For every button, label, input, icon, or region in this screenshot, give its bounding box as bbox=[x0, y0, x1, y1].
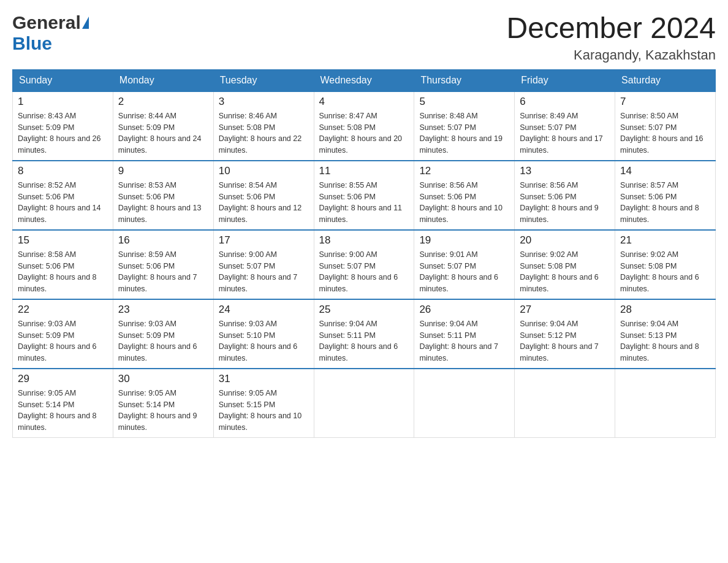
calendar-title: December 2024 bbox=[506, 12, 716, 45]
day-info: Sunrise: 9:04 AMSunset: 5:13 PMDaylight:… bbox=[620, 320, 699, 362]
day-info: Sunrise: 8:56 AMSunset: 5:06 PMDaylight:… bbox=[520, 181, 599, 224]
day-info: Sunrise: 9:04 AMSunset: 5:12 PMDaylight:… bbox=[520, 320, 599, 362]
day-number: 16 bbox=[118, 234, 208, 247]
week-row-4: 22 Sunrise: 9:03 AMSunset: 5:09 PMDaylig… bbox=[13, 299, 716, 369]
day-cell-12: 12 Sunrise: 8:56 AMSunset: 5:06 PMDaylig… bbox=[414, 161, 515, 230]
day-cell-20: 20 Sunrise: 9:02 AMSunset: 5:08 PMDaylig… bbox=[515, 230, 615, 299]
day-info: Sunrise: 8:46 AMSunset: 5:08 PMDaylight:… bbox=[219, 112, 302, 155]
day-cell-6: 6 Sunrise: 8:49 AMSunset: 5:07 PMDayligh… bbox=[515, 91, 615, 161]
day-cell-19: 19 Sunrise: 9:01 AMSunset: 5:07 PMDaylig… bbox=[414, 230, 515, 299]
day-cell-15: 15 Sunrise: 8:58 AMSunset: 5:06 PMDaylig… bbox=[13, 230, 113, 299]
day-cell-2: 2 Sunrise: 8:44 AMSunset: 5:09 PMDayligh… bbox=[113, 91, 213, 161]
day-number: 8 bbox=[18, 165, 108, 177]
day-cell-31: 31 Sunrise: 9:05 AMSunset: 5:15 PMDaylig… bbox=[213, 369, 314, 438]
day-cell-17: 17 Sunrise: 9:00 AMSunset: 5:07 PMDaylig… bbox=[213, 230, 314, 299]
day-cell-30: 30 Sunrise: 9:05 AMSunset: 5:14 PMDaylig… bbox=[113, 369, 213, 438]
day-header-friday: Friday bbox=[515, 69, 615, 91]
day-info: Sunrise: 9:00 AMSunset: 5:07 PMDaylight:… bbox=[319, 250, 398, 293]
day-number: 29 bbox=[18, 373, 108, 385]
day-cell-28: 28 Sunrise: 9:04 AMSunset: 5:13 PMDaylig… bbox=[615, 299, 716, 369]
day-number: 11 bbox=[319, 165, 409, 177]
day-info: Sunrise: 9:04 AMSunset: 5:11 PMDaylight:… bbox=[419, 320, 498, 362]
day-info: Sunrise: 8:48 AMSunset: 5:07 PMDaylight:… bbox=[419, 112, 502, 155]
day-info: Sunrise: 8:43 AMSunset: 5:09 PMDaylight:… bbox=[18, 112, 101, 155]
empty-cell bbox=[314, 369, 414, 438]
day-cell-18: 18 Sunrise: 9:00 AMSunset: 5:07 PMDaylig… bbox=[314, 230, 414, 299]
day-cell-5: 5 Sunrise: 8:48 AMSunset: 5:07 PMDayligh… bbox=[414, 91, 515, 161]
day-number: 12 bbox=[419, 165, 509, 177]
day-cell-9: 9 Sunrise: 8:53 AMSunset: 5:06 PMDayligh… bbox=[113, 161, 213, 230]
day-cell-16: 16 Sunrise: 8:59 AMSunset: 5:06 PMDaylig… bbox=[113, 230, 213, 299]
day-info: Sunrise: 9:03 AMSunset: 5:09 PMDaylight:… bbox=[18, 320, 97, 362]
day-cell-3: 3 Sunrise: 8:46 AMSunset: 5:08 PMDayligh… bbox=[213, 91, 314, 161]
logo-triangle-icon bbox=[82, 17, 89, 29]
day-cell-1: 1 Sunrise: 8:43 AMSunset: 5:09 PMDayligh… bbox=[13, 91, 113, 161]
day-number: 18 bbox=[319, 234, 409, 247]
logo-general: General bbox=[12, 12, 81, 33]
day-info: Sunrise: 8:47 AMSunset: 5:08 PMDaylight:… bbox=[319, 112, 403, 155]
day-info: Sunrise: 9:05 AMSunset: 5:14 PMDaylight:… bbox=[18, 389, 97, 432]
day-number: 26 bbox=[419, 304, 509, 316]
day-number: 22 bbox=[18, 304, 108, 316]
day-header-monday: Monday bbox=[113, 69, 213, 91]
day-info: Sunrise: 9:02 AMSunset: 5:08 PMDaylight:… bbox=[520, 250, 599, 293]
day-info: Sunrise: 8:58 AMSunset: 5:06 PMDaylight:… bbox=[18, 250, 97, 293]
day-info: Sunrise: 8:53 AMSunset: 5:06 PMDaylight:… bbox=[118, 181, 202, 224]
day-header-tuesday: Tuesday bbox=[213, 69, 314, 91]
day-cell-23: 23 Sunrise: 9:03 AMSunset: 5:09 PMDaylig… bbox=[113, 299, 213, 369]
day-info: Sunrise: 8:57 AMSunset: 5:06 PMDaylight:… bbox=[620, 181, 699, 224]
page-header: General Blue December 2024 Karagandy, Ka… bbox=[12, 12, 716, 63]
empty-cell bbox=[615, 369, 716, 438]
day-number: 10 bbox=[219, 165, 309, 177]
day-number: 15 bbox=[18, 234, 108, 247]
day-header-wednesday: Wednesday bbox=[314, 69, 414, 91]
day-number: 1 bbox=[18, 96, 108, 108]
day-number: 31 bbox=[219, 373, 309, 385]
day-header-saturday: Saturday bbox=[615, 69, 716, 91]
day-cell-24: 24 Sunrise: 9:03 AMSunset: 5:10 PMDaylig… bbox=[213, 299, 314, 369]
day-number: 4 bbox=[319, 96, 409, 108]
day-info: Sunrise: 9:05 AMSunset: 5:14 PMDaylight:… bbox=[118, 389, 197, 432]
day-cell-27: 27 Sunrise: 9:04 AMSunset: 5:12 PMDaylig… bbox=[515, 299, 615, 369]
day-cell-13: 13 Sunrise: 8:56 AMSunset: 5:06 PMDaylig… bbox=[515, 161, 615, 230]
day-number: 13 bbox=[520, 165, 610, 177]
week-row-1: 1 Sunrise: 8:43 AMSunset: 5:09 PMDayligh… bbox=[13, 91, 716, 161]
day-cell-29: 29 Sunrise: 9:05 AMSunset: 5:14 PMDaylig… bbox=[13, 369, 113, 438]
header-row: SundayMondayTuesdayWednesdayThursdayFrid… bbox=[13, 69, 716, 91]
day-info: Sunrise: 9:04 AMSunset: 5:11 PMDaylight:… bbox=[319, 320, 398, 362]
day-number: 28 bbox=[620, 304, 710, 316]
empty-cell bbox=[414, 369, 515, 438]
day-number: 23 bbox=[118, 304, 208, 316]
day-cell-26: 26 Sunrise: 9:04 AMSunset: 5:11 PMDaylig… bbox=[414, 299, 515, 369]
day-number: 30 bbox=[118, 373, 208, 385]
day-cell-25: 25 Sunrise: 9:04 AMSunset: 5:11 PMDaylig… bbox=[314, 299, 414, 369]
day-info: Sunrise: 9:05 AMSunset: 5:15 PMDaylight:… bbox=[219, 389, 302, 432]
week-row-5: 29 Sunrise: 9:05 AMSunset: 5:14 PMDaylig… bbox=[13, 369, 716, 438]
day-number: 6 bbox=[520, 96, 610, 108]
day-info: Sunrise: 8:59 AMSunset: 5:06 PMDaylight:… bbox=[118, 250, 197, 293]
day-number: 3 bbox=[219, 96, 309, 108]
day-number: 19 bbox=[419, 234, 509, 247]
day-info: Sunrise: 8:44 AMSunset: 5:09 PMDaylight:… bbox=[118, 112, 202, 155]
day-header-sunday: Sunday bbox=[13, 69, 113, 91]
day-header-thursday: Thursday bbox=[414, 69, 515, 91]
day-info: Sunrise: 8:55 AMSunset: 5:06 PMDaylight:… bbox=[319, 181, 403, 224]
day-cell-7: 7 Sunrise: 8:50 AMSunset: 5:07 PMDayligh… bbox=[615, 91, 716, 161]
day-cell-11: 11 Sunrise: 8:55 AMSunset: 5:06 PMDaylig… bbox=[314, 161, 414, 230]
day-number: 21 bbox=[620, 234, 710, 247]
day-number: 20 bbox=[520, 234, 610, 247]
day-info: Sunrise: 8:49 AMSunset: 5:07 PMDaylight:… bbox=[520, 112, 603, 155]
day-number: 7 bbox=[620, 96, 710, 108]
day-number: 27 bbox=[520, 304, 610, 316]
day-info: Sunrise: 8:56 AMSunset: 5:06 PMDaylight:… bbox=[419, 181, 502, 224]
day-number: 24 bbox=[219, 304, 309, 316]
week-row-2: 8 Sunrise: 8:52 AMSunset: 5:06 PMDayligh… bbox=[13, 161, 716, 230]
day-cell-21: 21 Sunrise: 9:02 AMSunset: 5:08 PMDaylig… bbox=[615, 230, 716, 299]
day-number: 9 bbox=[118, 165, 208, 177]
calendar-subtitle: Karagandy, Kazakhstan bbox=[506, 47, 716, 63]
day-info: Sunrise: 9:01 AMSunset: 5:07 PMDaylight:… bbox=[419, 250, 498, 293]
logo: General Blue bbox=[12, 12, 89, 54]
day-info: Sunrise: 9:03 AMSunset: 5:10 PMDaylight:… bbox=[219, 320, 298, 362]
day-cell-8: 8 Sunrise: 8:52 AMSunset: 5:06 PMDayligh… bbox=[13, 161, 113, 230]
day-info: Sunrise: 9:02 AMSunset: 5:08 PMDaylight:… bbox=[620, 250, 699, 293]
